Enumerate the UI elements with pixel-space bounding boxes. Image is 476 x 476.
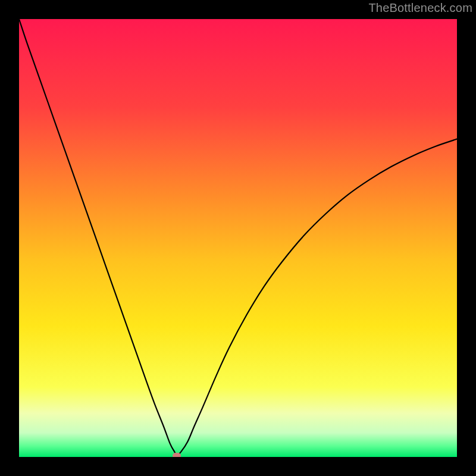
chart-container: TheBottleneck.com bbox=[0, 0, 476, 476]
plot-area bbox=[19, 19, 457, 457]
optimum-marker bbox=[173, 453, 181, 457]
bottleneck-curve bbox=[19, 19, 457, 457]
watermark-text: TheBottleneck.com bbox=[368, 1, 472, 15]
